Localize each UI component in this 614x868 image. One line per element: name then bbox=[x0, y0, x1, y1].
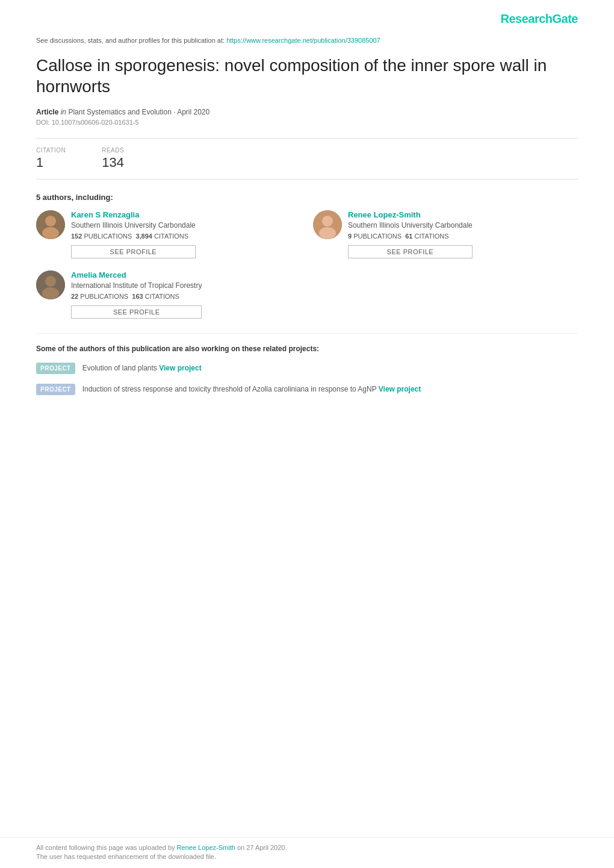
top-bar: ResearchGate bbox=[36, 12, 578, 26]
project-link-1[interactable]: View project bbox=[159, 364, 201, 372]
author-stats-renee: 9 PUBLICATIONS 61 CITATIONS bbox=[348, 233, 473, 240]
see-profile-amelia[interactable]: SEE PROFILE bbox=[71, 305, 202, 319]
karen-avatar-svg bbox=[36, 210, 65, 239]
author-affiliation-renee: Southern Illinois University Carbondale bbox=[348, 221, 473, 229]
stats-row: CITATION 1 READS 134 bbox=[36, 138, 578, 180]
author-card-karen: Karen S Renzaglia Southern Illinois Univ… bbox=[36, 210, 301, 258]
article-meta: Article in Plant Systematics and Evoluti… bbox=[36, 108, 578, 116]
related-projects-section: Some of the authors of this publication … bbox=[36, 333, 578, 395]
svg-point-7 bbox=[45, 276, 56, 287]
citation-stat: CITATION 1 bbox=[36, 147, 66, 170]
see-profile-karen[interactable]: SEE PROFILE bbox=[71, 245, 196, 258]
reads-stat: READS 134 bbox=[102, 147, 124, 170]
project-text-1: Evolution of land plants View project bbox=[82, 363, 202, 372]
svg-point-1 bbox=[45, 216, 56, 226]
avatar-karen bbox=[36, 210, 65, 239]
see-profile-renee[interactable]: SEE PROFILE bbox=[348, 245, 473, 258]
related-projects-heading: Some of the authors of this publication … bbox=[36, 345, 578, 353]
researchgate-logo: ResearchGate bbox=[500, 12, 578, 25]
author-name-renee[interactable]: Renee Lopez-Smith bbox=[348, 210, 473, 219]
publication-link[interactable]: https://www.researchgate.net/publication… bbox=[226, 37, 380, 44]
project-link-2[interactable]: View project bbox=[379, 385, 421, 393]
footer-line2: The user has requested enhancement of th… bbox=[36, 853, 578, 860]
amelia-avatar-svg bbox=[36, 270, 65, 299]
project-item-1: Project Evolution of land plants View pr… bbox=[36, 363, 578, 374]
svg-point-4 bbox=[322, 216, 333, 226]
author-info-renee: Renee Lopez-Smith Southern Illinois Univ… bbox=[348, 210, 473, 258]
author-name-amelia[interactable]: Amelia Merced bbox=[71, 270, 202, 279]
footer-line1: All content following this page was uplo… bbox=[36, 844, 578, 851]
author-name-karen[interactable]: Karen S Renzaglia bbox=[71, 210, 196, 219]
project-badge-2: Project bbox=[36, 384, 75, 395]
author-stats-amelia: 22 PUBLICATIONS 163 CITATIONS bbox=[71, 293, 202, 300]
authors-section: 5 authors, including: Karen S Renzag bbox=[36, 193, 578, 319]
avatar-renee bbox=[313, 210, 342, 239]
svg-point-5 bbox=[319, 227, 336, 239]
author-info-karen: Karen S Renzaglia Southern Illinois Univ… bbox=[71, 210, 196, 258]
author-affiliation-karen: Southern Illinois University Carbondale bbox=[71, 221, 196, 229]
author-card-amelia: Amelia Merced International Institute of… bbox=[36, 270, 578, 319]
page-title: Callose in sporogenesis: novel compositi… bbox=[36, 55, 578, 97]
doi-text: DOI: 10.1007/s00606-020-01631-5 bbox=[36, 119, 578, 126]
renee-avatar-svg bbox=[313, 210, 342, 239]
author-affiliation-amelia: International Institute of Tropical Fore… bbox=[71, 281, 202, 290]
footer-section: All content following this page was uplo… bbox=[0, 837, 614, 868]
author-stats-karen: 152 PUBLICATIONS 3,894 CITATIONS bbox=[71, 233, 196, 240]
project-text-2: Induction of stress response and toxicit… bbox=[82, 384, 421, 393]
author-info-amelia: Amelia Merced International Institute of… bbox=[71, 270, 202, 319]
project-badge-1: Project bbox=[36, 363, 75, 374]
svg-point-8 bbox=[42, 287, 59, 299]
svg-point-2 bbox=[42, 227, 59, 239]
project-item-2: Project Induction of stress response and… bbox=[36, 384, 578, 395]
see-discussions-line: See discussions, stats, and author profi… bbox=[36, 37, 578, 44]
footer-author-link[interactable]: Renee Lopez-Smith bbox=[177, 844, 235, 851]
authors-grid-row2: Amelia Merced International Institute of… bbox=[36, 270, 578, 319]
author-card-renee: Renee Lopez-Smith Southern Illinois Univ… bbox=[313, 210, 578, 258]
avatar-amelia bbox=[36, 270, 65, 299]
authors-heading: 5 authors, including: bbox=[36, 193, 578, 202]
authors-grid: Karen S Renzaglia Southern Illinois Univ… bbox=[36, 210, 578, 258]
